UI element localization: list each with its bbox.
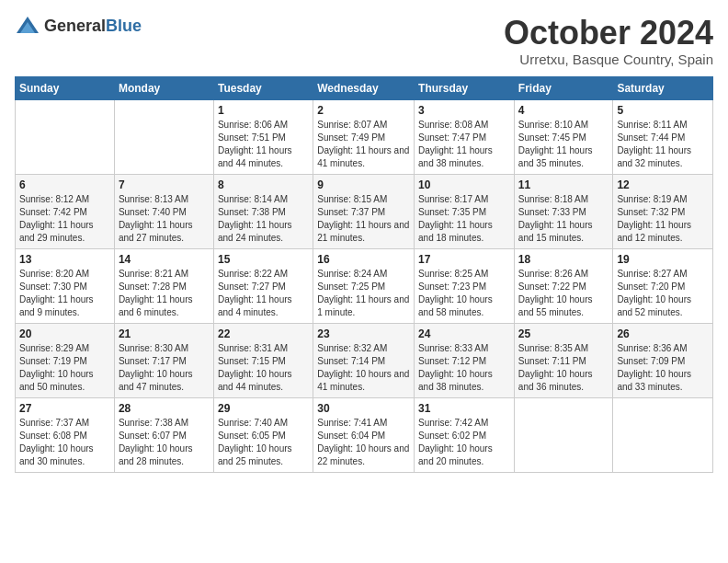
- calendar-cell: 14Sunrise: 8:21 AM Sunset: 7:28 PM Dayli…: [114, 248, 213, 323]
- day-info: Sunrise: 8:27 AM Sunset: 7:20 PM Dayligh…: [617, 268, 709, 319]
- calendar-cell: 7Sunrise: 8:13 AM Sunset: 7:40 PM Daylig…: [114, 174, 213, 248]
- day-number: 10: [418, 178, 510, 191]
- calendar-cell: 2Sunrise: 8:07 AM Sunset: 7:49 PM Daylig…: [313, 99, 415, 174]
- day-number: 23: [317, 327, 410, 340]
- day-number: 25: [518, 327, 609, 340]
- calendar-cell: 18Sunrise: 8:26 AM Sunset: 7:22 PM Dayli…: [514, 248, 613, 323]
- logo: GeneralBlue: [15, 15, 142, 37]
- calendar-cell: 4Sunrise: 8:10 AM Sunset: 7:45 PM Daylig…: [514, 99, 613, 174]
- calendar-header-thursday: Thursday: [415, 76, 515, 99]
- day-info: Sunrise: 8:18 AM Sunset: 7:33 PM Dayligh…: [518, 193, 609, 245]
- day-info: Sunrise: 8:32 AM Sunset: 7:14 PM Dayligh…: [317, 342, 410, 394]
- day-number: 2: [317, 104, 410, 117]
- calendar-cell: 17Sunrise: 8:25 AM Sunset: 7:23 PM Dayli…: [415, 248, 515, 323]
- calendar-header-row: SundayMondayTuesdayWednesdayThursdayFrid…: [16, 76, 713, 99]
- day-number: 30: [317, 402, 410, 415]
- logo-general: General: [44, 17, 106, 35]
- day-number: 7: [119, 178, 210, 191]
- day-info: Sunrise: 8:08 AM Sunset: 7:47 PM Dayligh…: [418, 119, 510, 170]
- calendar-cell: 22Sunrise: 8:31 AM Sunset: 7:15 PM Dayli…: [213, 323, 313, 397]
- day-number: 20: [19, 327, 110, 340]
- calendar-cell: 20Sunrise: 8:29 AM Sunset: 7:19 PM Dayli…: [16, 323, 115, 397]
- calendar-header-monday: Monday: [114, 76, 213, 99]
- calendar-cell: 26Sunrise: 8:36 AM Sunset: 7:09 PM Dayli…: [613, 323, 713, 397]
- day-number: 18: [518, 253, 609, 266]
- day-info: Sunrise: 8:29 AM Sunset: 7:19 PM Dayligh…: [19, 342, 110, 394]
- calendar-cell: 12Sunrise: 8:19 AM Sunset: 7:32 PM Dayli…: [613, 174, 713, 248]
- calendar-cell: 24Sunrise: 8:33 AM Sunset: 7:12 PM Dayli…: [415, 323, 515, 397]
- calendar-header-tuesday: Tuesday: [213, 76, 313, 99]
- calendar-header-saturday: Saturday: [613, 76, 713, 99]
- day-info: Sunrise: 8:07 AM Sunset: 7:49 PM Dayligh…: [317, 119, 410, 170]
- day-info: Sunrise: 8:13 AM Sunset: 7:40 PM Dayligh…: [119, 193, 210, 245]
- calendar-cell: 11Sunrise: 8:18 AM Sunset: 7:33 PM Dayli…: [514, 174, 613, 248]
- day-info: Sunrise: 7:37 AM Sunset: 6:08 PM Dayligh…: [19, 417, 110, 468]
- day-info: Sunrise: 8:22 AM Sunset: 7:27 PM Dayligh…: [218, 268, 309, 319]
- calendar-week-row: 20Sunrise: 8:29 AM Sunset: 7:19 PM Dayli…: [16, 323, 713, 397]
- day-number: 21: [119, 327, 210, 340]
- calendar-cell: [16, 99, 115, 174]
- calendar-cell: 21Sunrise: 8:30 AM Sunset: 7:17 PM Dayli…: [114, 323, 213, 397]
- logo-blue: Blue: [106, 17, 142, 35]
- day-info: Sunrise: 8:15 AM Sunset: 7:37 PM Dayligh…: [317, 193, 410, 245]
- day-number: 24: [418, 327, 510, 340]
- calendar-cell: 30Sunrise: 7:41 AM Sunset: 6:04 PM Dayli…: [313, 397, 415, 472]
- day-number: 31: [418, 402, 510, 415]
- calendar-week-row: 27Sunrise: 7:37 AM Sunset: 6:08 PM Dayli…: [16, 397, 713, 472]
- calendar-cell: 9Sunrise: 8:15 AM Sunset: 7:37 PM Daylig…: [313, 174, 415, 248]
- day-number: 11: [518, 178, 609, 191]
- day-info: Sunrise: 8:26 AM Sunset: 7:22 PM Dayligh…: [518, 268, 609, 319]
- day-number: 3: [418, 104, 510, 117]
- day-number: 16: [317, 253, 410, 266]
- calendar-cell: 3Sunrise: 8:08 AM Sunset: 7:47 PM Daylig…: [415, 99, 515, 174]
- calendar-cell: 23Sunrise: 8:32 AM Sunset: 7:14 PM Dayli…: [313, 323, 415, 397]
- day-number: 13: [19, 253, 110, 266]
- day-number: 9: [317, 178, 410, 191]
- calendar-cell: 8Sunrise: 8:14 AM Sunset: 7:38 PM Daylig…: [213, 174, 313, 248]
- day-number: 27: [19, 402, 110, 415]
- day-number: 28: [119, 402, 210, 415]
- day-info: Sunrise: 8:10 AM Sunset: 7:45 PM Dayligh…: [518, 119, 609, 170]
- calendar-header-sunday: Sunday: [16, 76, 115, 99]
- calendar-week-row: 6Sunrise: 8:12 AM Sunset: 7:42 PM Daylig…: [16, 174, 713, 248]
- day-number: 19: [617, 253, 709, 266]
- day-info: Sunrise: 8:19 AM Sunset: 7:32 PM Dayligh…: [617, 193, 709, 245]
- day-number: 15: [218, 253, 309, 266]
- day-info: Sunrise: 8:30 AM Sunset: 7:17 PM Dayligh…: [119, 342, 210, 394]
- calendar-header-friday: Friday: [514, 76, 613, 99]
- calendar-cell: [613, 397, 713, 472]
- calendar-cell: 15Sunrise: 8:22 AM Sunset: 7:27 PM Dayli…: [213, 248, 313, 323]
- calendar-cell: 27Sunrise: 7:37 AM Sunset: 6:08 PM Dayli…: [16, 397, 115, 472]
- day-info: Sunrise: 7:38 AM Sunset: 6:07 PM Dayligh…: [119, 417, 210, 468]
- day-number: 6: [19, 178, 110, 191]
- day-info: Sunrise: 8:33 AM Sunset: 7:12 PM Dayligh…: [418, 342, 510, 394]
- calendar-cell: 19Sunrise: 8:27 AM Sunset: 7:20 PM Dayli…: [613, 248, 713, 323]
- day-info: Sunrise: 8:36 AM Sunset: 7:09 PM Dayligh…: [617, 342, 709, 394]
- month-title: October 2024: [504, 15, 713, 52]
- title-block: October 2024 Urretxu, Basque Country, Sp…: [504, 15, 713, 67]
- day-number: 5: [617, 104, 709, 117]
- calendar-cell: 25Sunrise: 8:35 AM Sunset: 7:11 PM Dayli…: [514, 323, 613, 397]
- day-info: Sunrise: 8:24 AM Sunset: 7:25 PM Dayligh…: [317, 268, 410, 319]
- day-info: Sunrise: 7:40 AM Sunset: 6:05 PM Dayligh…: [218, 417, 309, 468]
- calendar-cell: 6Sunrise: 8:12 AM Sunset: 7:42 PM Daylig…: [16, 174, 115, 248]
- location-title: Urretxu, Basque Country, Spain: [504, 52, 713, 67]
- day-info: Sunrise: 8:25 AM Sunset: 7:23 PM Dayligh…: [418, 268, 510, 319]
- day-number: 4: [518, 104, 609, 117]
- calendar-cell: 16Sunrise: 8:24 AM Sunset: 7:25 PM Dayli…: [313, 248, 415, 323]
- calendar-table: SundayMondayTuesdayWednesdayThursdayFrid…: [15, 76, 713, 473]
- day-number: 1: [218, 104, 309, 117]
- day-info: Sunrise: 8:11 AM Sunset: 7:44 PM Dayligh…: [617, 119, 709, 170]
- day-info: Sunrise: 8:14 AM Sunset: 7:38 PM Dayligh…: [218, 193, 309, 245]
- day-number: 17: [418, 253, 510, 266]
- calendar-cell: 1Sunrise: 8:06 AM Sunset: 7:51 PM Daylig…: [213, 99, 313, 174]
- day-number: 26: [617, 327, 709, 340]
- day-number: 22: [218, 327, 309, 340]
- day-number: 29: [218, 402, 309, 415]
- day-number: 12: [617, 178, 709, 191]
- day-info: Sunrise: 7:41 AM Sunset: 6:04 PM Dayligh…: [317, 417, 410, 468]
- calendar-cell: 31Sunrise: 7:42 AM Sunset: 6:02 PM Dayli…: [415, 397, 515, 472]
- day-info: Sunrise: 8:12 AM Sunset: 7:42 PM Dayligh…: [19, 193, 110, 245]
- day-info: Sunrise: 8:06 AM Sunset: 7:51 PM Dayligh…: [218, 119, 309, 170]
- day-info: Sunrise: 8:31 AM Sunset: 7:15 PM Dayligh…: [218, 342, 309, 394]
